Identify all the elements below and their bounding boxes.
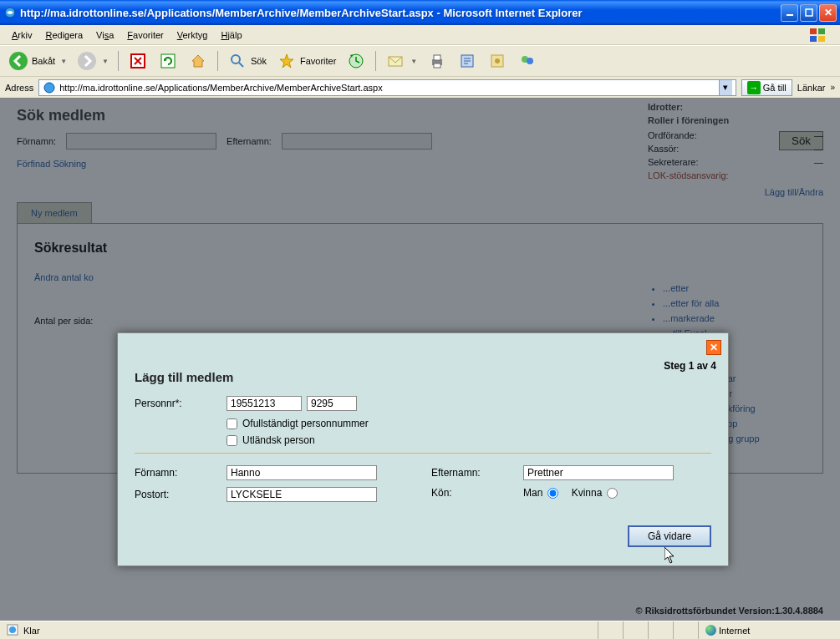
page-icon bbox=[43, 81, 56, 94]
ofullstandigt-label: Ofullständigt personnummer bbox=[242, 418, 369, 429]
windows-flag-icon bbox=[808, 27, 828, 43]
kvinna-radio[interactable] bbox=[607, 488, 618, 499]
svg-rect-1 bbox=[787, 14, 793, 16]
fornamn-label: Förnamn: bbox=[135, 467, 227, 479]
modal-title: Lägg till medlem bbox=[135, 370, 711, 384]
ga-vidare-button[interactable]: Gå vidare bbox=[628, 525, 711, 547]
back-button[interactable]: Bakåt ▼ bbox=[5, 49, 70, 73]
mail-icon bbox=[385, 51, 405, 71]
step-indicator: Steg 1 av 4 bbox=[664, 360, 716, 372]
man-label: Man bbox=[523, 487, 542, 499]
minimize-button[interactable] bbox=[781, 4, 798, 22]
postort-label: Postort: bbox=[135, 489, 227, 500]
search-button[interactable]: Sök bbox=[224, 49, 270, 73]
url-text: http://ma.idrottonline.se/Applications/M… bbox=[59, 83, 718, 93]
maximize-button[interactable] bbox=[800, 4, 817, 22]
page-icon bbox=[7, 624, 18, 637]
svg-rect-3 bbox=[810, 28, 817, 34]
menu-visa[interactable]: Visa bbox=[89, 28, 120, 42]
messenger-button[interactable] bbox=[514, 49, 541, 73]
efternamn-input[interactable] bbox=[523, 465, 674, 480]
favorites-button[interactable]: Favoriter bbox=[273, 49, 339, 73]
stop-button[interactable] bbox=[125, 49, 151, 73]
print-icon bbox=[427, 51, 447, 71]
add-member-modal: ✕ Steg 1 av 4 Lägg till medlem Personnr*… bbox=[117, 332, 729, 566]
window-title: http://ma.idrottonline.se/Applications/M… bbox=[20, 7, 781, 19]
personnr-label: Personnr*: bbox=[135, 398, 227, 409]
svg-rect-17 bbox=[434, 63, 440, 68]
forward-icon bbox=[77, 51, 97, 71]
svg-point-8 bbox=[78, 52, 96, 70]
menu-favoriter[interactable]: Favoriter bbox=[120, 28, 170, 42]
utlandsk-label: Utländsk person bbox=[242, 434, 315, 446]
go-button[interactable]: → Gå till bbox=[741, 79, 792, 96]
svg-rect-10 bbox=[161, 54, 175, 68]
svg-line-12 bbox=[239, 63, 243, 67]
globe-icon bbox=[705, 625, 716, 636]
search-icon bbox=[227, 51, 247, 71]
personnr-date-input[interactable] bbox=[227, 396, 302, 411]
address-dropdown[interactable]: ▾ bbox=[719, 80, 732, 95]
ie-icon bbox=[3, 6, 17, 19]
menu-redigera[interactable]: Redigera bbox=[38, 28, 89, 42]
address-bar: Adress http://ma.idrottonline.se/Applica… bbox=[0, 77, 840, 99]
back-icon bbox=[8, 51, 28, 71]
svg-rect-6 bbox=[818, 36, 825, 42]
history-button[interactable] bbox=[343, 49, 369, 73]
address-label: Adress bbox=[5, 83, 33, 93]
menu-arkiv[interactable]: Arkiv bbox=[5, 28, 38, 42]
browser-toolbar: Bakåt ▼ ▼ Sök Favoriter ▼ bbox=[0, 45, 840, 77]
mail-button[interactable]: ▼ bbox=[382, 49, 420, 73]
home-button[interactable] bbox=[185, 49, 211, 73]
svg-point-25 bbox=[527, 58, 533, 64]
window-close-button[interactable]: ✕ bbox=[819, 4, 837, 22]
favorites-label: Favoriter bbox=[300, 56, 336, 66]
refresh-button[interactable] bbox=[155, 49, 181, 73]
svg-point-11 bbox=[232, 55, 240, 63]
status-bar: Klar Internet bbox=[0, 621, 840, 639]
back-label: Bakåt bbox=[32, 56, 55, 66]
toolbar-separator bbox=[375, 51, 376, 71]
status-text: Klar bbox=[23, 626, 40, 636]
refresh-icon bbox=[158, 51, 178, 71]
status-cell bbox=[623, 621, 648, 639]
menu-hjalp[interactable]: Hjälp bbox=[214, 28, 248, 42]
personnr-last-input[interactable] bbox=[307, 396, 357, 411]
go-label: Gå till bbox=[763, 83, 787, 93]
man-radio[interactable] bbox=[547, 488, 558, 499]
home-icon bbox=[188, 51, 208, 71]
svg-rect-16 bbox=[434, 55, 440, 60]
cursor-icon bbox=[664, 547, 676, 567]
zone-cell: Internet bbox=[698, 621, 840, 639]
edit-button[interactable] bbox=[454, 49, 481, 73]
status-cell bbox=[673, 621, 698, 639]
content-area: Sök medlem Förnamn: Efternamn: Sök Förfi… bbox=[0, 99, 840, 621]
zone-text: Internet bbox=[719, 626, 750, 636]
toolbar-separator bbox=[118, 51, 119, 71]
divider bbox=[135, 453, 711, 454]
postort-input[interactable] bbox=[227, 487, 377, 502]
forward-button[interactable]: ▼ bbox=[74, 49, 112, 73]
edit-icon bbox=[457, 51, 477, 71]
svg-rect-5 bbox=[810, 36, 817, 42]
fornamn-input[interactable] bbox=[227, 465, 377, 480]
star-icon bbox=[277, 51, 297, 71]
history-icon bbox=[346, 51, 366, 71]
toolbar-separator bbox=[217, 51, 218, 71]
links-expand[interactable]: » bbox=[830, 83, 835, 92]
modal-close-button[interactable]: ✕ bbox=[706, 340, 721, 355]
utlandsk-checkbox[interactable] bbox=[227, 435, 237, 446]
svg-rect-4 bbox=[818, 28, 825, 34]
links-label[interactable]: Länkar bbox=[797, 83, 826, 93]
discuss-button[interactable] bbox=[484, 49, 511, 73]
status-cell bbox=[648, 621, 673, 639]
address-input[interactable]: http://ma.idrottonline.se/Applications/M… bbox=[38, 79, 736, 96]
print-button[interactable] bbox=[424, 49, 451, 73]
search-label: Sök bbox=[251, 56, 267, 66]
menu-verktyg[interactable]: Verktyg bbox=[171, 28, 215, 42]
chevron-down-icon: ▼ bbox=[410, 58, 417, 65]
status-cell bbox=[598, 621, 623, 639]
svg-point-28 bbox=[9, 626, 16, 633]
ofullstandigt-checkbox[interactable] bbox=[227, 418, 237, 429]
svg-point-7 bbox=[9, 52, 28, 70]
